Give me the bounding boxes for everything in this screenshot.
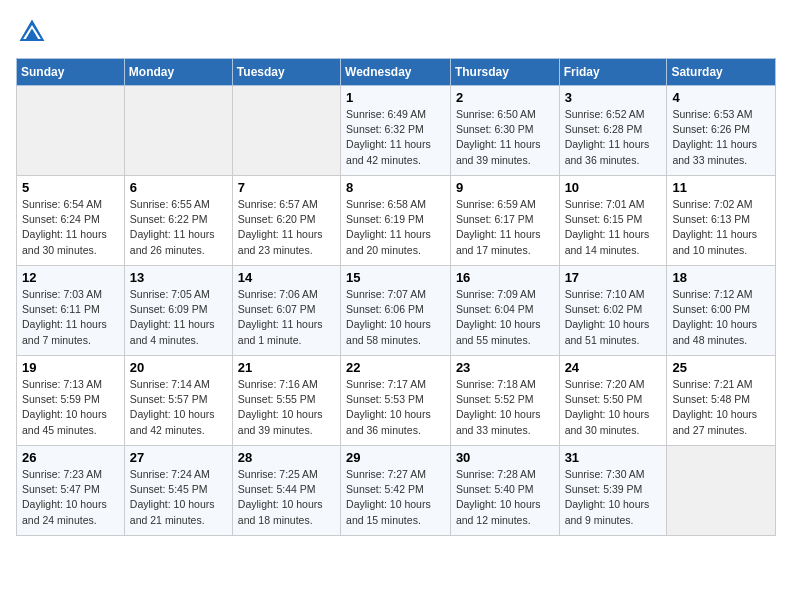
- day-info: Sunrise: 7:13 AMSunset: 5:59 PMDaylight:…: [22, 377, 119, 438]
- day-number: 22: [346, 360, 445, 375]
- calendar-cell: 30Sunrise: 7:28 AMSunset: 5:40 PMDayligh…: [450, 446, 559, 536]
- day-info: Sunrise: 6:50 AMSunset: 6:30 PMDaylight:…: [456, 107, 554, 168]
- day-info: Sunrise: 7:07 AMSunset: 6:06 PMDaylight:…: [346, 287, 445, 348]
- calendar-cell: [232, 86, 340, 176]
- day-number: 27: [130, 450, 227, 465]
- day-number: 31: [565, 450, 662, 465]
- day-info: Sunrise: 7:03 AMSunset: 6:11 PMDaylight:…: [22, 287, 119, 348]
- day-number: 3: [565, 90, 662, 105]
- day-number: 20: [130, 360, 227, 375]
- day-info: Sunrise: 7:23 AMSunset: 5:47 PMDaylight:…: [22, 467, 119, 528]
- calendar-cell: 9Sunrise: 6:59 AMSunset: 6:17 PMDaylight…: [450, 176, 559, 266]
- calendar-cell: 26Sunrise: 7:23 AMSunset: 5:47 PMDayligh…: [17, 446, 125, 536]
- day-number: 24: [565, 360, 662, 375]
- calendar-cell: 5Sunrise: 6:54 AMSunset: 6:24 PMDaylight…: [17, 176, 125, 266]
- calendar-cell: 19Sunrise: 7:13 AMSunset: 5:59 PMDayligh…: [17, 356, 125, 446]
- calendar-cell: 17Sunrise: 7:10 AMSunset: 6:02 PMDayligh…: [559, 266, 667, 356]
- day-number: 21: [238, 360, 335, 375]
- calendar-cell: 20Sunrise: 7:14 AMSunset: 5:57 PMDayligh…: [124, 356, 232, 446]
- weekday-header-wednesday: Wednesday: [341, 59, 451, 86]
- calendar-cell: 18Sunrise: 7:12 AMSunset: 6:00 PMDayligh…: [667, 266, 776, 356]
- calendar-week-1: 1Sunrise: 6:49 AMSunset: 6:32 PMDaylight…: [17, 86, 776, 176]
- day-number: 16: [456, 270, 554, 285]
- day-info: Sunrise: 7:18 AMSunset: 5:52 PMDaylight:…: [456, 377, 554, 438]
- page-header: [16, 16, 776, 48]
- day-number: 15: [346, 270, 445, 285]
- calendar-cell: 2Sunrise: 6:50 AMSunset: 6:30 PMDaylight…: [450, 86, 559, 176]
- calendar-week-3: 12Sunrise: 7:03 AMSunset: 6:11 PMDayligh…: [17, 266, 776, 356]
- calendar-cell: 31Sunrise: 7:30 AMSunset: 5:39 PMDayligh…: [559, 446, 667, 536]
- day-info: Sunrise: 6:57 AMSunset: 6:20 PMDaylight:…: [238, 197, 335, 258]
- calendar-cell: 10Sunrise: 7:01 AMSunset: 6:15 PMDayligh…: [559, 176, 667, 266]
- weekday-header-friday: Friday: [559, 59, 667, 86]
- day-number: 14: [238, 270, 335, 285]
- day-number: 26: [22, 450, 119, 465]
- day-info: Sunrise: 7:05 AMSunset: 6:09 PMDaylight:…: [130, 287, 227, 348]
- logo: [16, 16, 52, 48]
- calendar-cell: 15Sunrise: 7:07 AMSunset: 6:06 PMDayligh…: [341, 266, 451, 356]
- day-info: Sunrise: 7:30 AMSunset: 5:39 PMDaylight:…: [565, 467, 662, 528]
- calendar-cell: 25Sunrise: 7:21 AMSunset: 5:48 PMDayligh…: [667, 356, 776, 446]
- calendar-cell: 16Sunrise: 7:09 AMSunset: 6:04 PMDayligh…: [450, 266, 559, 356]
- calendar-cell: 4Sunrise: 6:53 AMSunset: 6:26 PMDaylight…: [667, 86, 776, 176]
- day-info: Sunrise: 7:20 AMSunset: 5:50 PMDaylight:…: [565, 377, 662, 438]
- day-info: Sunrise: 6:52 AMSunset: 6:28 PMDaylight:…: [565, 107, 662, 168]
- weekday-row: SundayMondayTuesdayWednesdayThursdayFrid…: [17, 59, 776, 86]
- calendar-cell: 11Sunrise: 7:02 AMSunset: 6:13 PMDayligh…: [667, 176, 776, 266]
- weekday-header-thursday: Thursday: [450, 59, 559, 86]
- day-number: 2: [456, 90, 554, 105]
- calendar-week-5: 26Sunrise: 7:23 AMSunset: 5:47 PMDayligh…: [17, 446, 776, 536]
- day-info: Sunrise: 7:14 AMSunset: 5:57 PMDaylight:…: [130, 377, 227, 438]
- day-number: 19: [22, 360, 119, 375]
- day-number: 12: [22, 270, 119, 285]
- day-number: 1: [346, 90, 445, 105]
- calendar-cell: 23Sunrise: 7:18 AMSunset: 5:52 PMDayligh…: [450, 356, 559, 446]
- calendar-cell: 6Sunrise: 6:55 AMSunset: 6:22 PMDaylight…: [124, 176, 232, 266]
- calendar-cell: 8Sunrise: 6:58 AMSunset: 6:19 PMDaylight…: [341, 176, 451, 266]
- calendar-cell: 3Sunrise: 6:52 AMSunset: 6:28 PMDaylight…: [559, 86, 667, 176]
- day-number: 28: [238, 450, 335, 465]
- day-info: Sunrise: 7:09 AMSunset: 6:04 PMDaylight:…: [456, 287, 554, 348]
- calendar-cell: [17, 86, 125, 176]
- calendar-cell: 29Sunrise: 7:27 AMSunset: 5:42 PMDayligh…: [341, 446, 451, 536]
- calendar-cell: 28Sunrise: 7:25 AMSunset: 5:44 PMDayligh…: [232, 446, 340, 536]
- day-info: Sunrise: 7:06 AMSunset: 6:07 PMDaylight:…: [238, 287, 335, 348]
- calendar-cell: 22Sunrise: 7:17 AMSunset: 5:53 PMDayligh…: [341, 356, 451, 446]
- day-number: 13: [130, 270, 227, 285]
- day-info: Sunrise: 7:25 AMSunset: 5:44 PMDaylight:…: [238, 467, 335, 528]
- calendar-cell: [667, 446, 776, 536]
- weekday-header-saturday: Saturday: [667, 59, 776, 86]
- day-info: Sunrise: 6:55 AMSunset: 6:22 PMDaylight:…: [130, 197, 227, 258]
- day-number: 25: [672, 360, 770, 375]
- day-number: 17: [565, 270, 662, 285]
- day-info: Sunrise: 6:58 AMSunset: 6:19 PMDaylight:…: [346, 197, 445, 258]
- calendar-table: SundayMondayTuesdayWednesdayThursdayFrid…: [16, 58, 776, 536]
- calendar-body: 1Sunrise: 6:49 AMSunset: 6:32 PMDaylight…: [17, 86, 776, 536]
- day-info: Sunrise: 6:53 AMSunset: 6:26 PMDaylight:…: [672, 107, 770, 168]
- calendar-cell: 7Sunrise: 6:57 AMSunset: 6:20 PMDaylight…: [232, 176, 340, 266]
- day-info: Sunrise: 7:21 AMSunset: 5:48 PMDaylight:…: [672, 377, 770, 438]
- weekday-header-monday: Monday: [124, 59, 232, 86]
- weekday-header-sunday: Sunday: [17, 59, 125, 86]
- calendar-cell: 1Sunrise: 6:49 AMSunset: 6:32 PMDaylight…: [341, 86, 451, 176]
- calendar-cell: 13Sunrise: 7:05 AMSunset: 6:09 PMDayligh…: [124, 266, 232, 356]
- day-info: Sunrise: 7:27 AMSunset: 5:42 PMDaylight:…: [346, 467, 445, 528]
- calendar-cell: 24Sunrise: 7:20 AMSunset: 5:50 PMDayligh…: [559, 356, 667, 446]
- day-info: Sunrise: 7:02 AMSunset: 6:13 PMDaylight:…: [672, 197, 770, 258]
- day-number: 6: [130, 180, 227, 195]
- day-info: Sunrise: 7:01 AMSunset: 6:15 PMDaylight:…: [565, 197, 662, 258]
- weekday-header-tuesday: Tuesday: [232, 59, 340, 86]
- day-number: 9: [456, 180, 554, 195]
- calendar-cell: 21Sunrise: 7:16 AMSunset: 5:55 PMDayligh…: [232, 356, 340, 446]
- day-info: Sunrise: 6:54 AMSunset: 6:24 PMDaylight:…: [22, 197, 119, 258]
- day-number: 8: [346, 180, 445, 195]
- day-info: Sunrise: 7:12 AMSunset: 6:00 PMDaylight:…: [672, 287, 770, 348]
- day-number: 7: [238, 180, 335, 195]
- calendar-week-2: 5Sunrise: 6:54 AMSunset: 6:24 PMDaylight…: [17, 176, 776, 266]
- day-info: Sunrise: 7:24 AMSunset: 5:45 PMDaylight:…: [130, 467, 227, 528]
- day-info: Sunrise: 7:10 AMSunset: 6:02 PMDaylight:…: [565, 287, 662, 348]
- day-info: Sunrise: 7:16 AMSunset: 5:55 PMDaylight:…: [238, 377, 335, 438]
- day-info: Sunrise: 7:28 AMSunset: 5:40 PMDaylight:…: [456, 467, 554, 528]
- day-number: 30: [456, 450, 554, 465]
- day-info: Sunrise: 6:59 AMSunset: 6:17 PMDaylight:…: [456, 197, 554, 258]
